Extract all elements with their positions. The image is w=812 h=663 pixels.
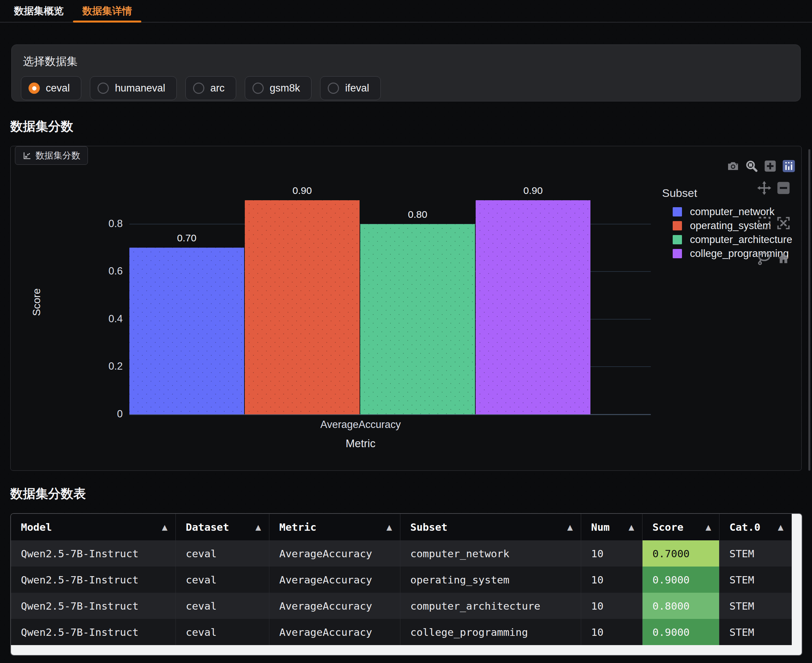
bar-value-label: 0.90 xyxy=(245,185,360,196)
dataset-selector-panel: 选择数据集 ceval humaneval arc gsm8k ifeval xyxy=(11,44,801,102)
chart-panel-label-text: 数据集分数 xyxy=(36,149,80,162)
cell-model: Qwen2.5-7B-Instruct xyxy=(11,540,176,566)
sort-icon[interactable]: ▲ xyxy=(386,523,392,531)
cell-num: 10 xyxy=(581,619,642,645)
column-header-metric[interactable]: Metric▲ xyxy=(269,514,400,540)
bar-college_programming xyxy=(476,200,590,414)
cell-score: 0.7000 xyxy=(642,540,720,566)
sort-icon[interactable]: ▲ xyxy=(567,523,573,531)
column-header-cat0[interactable]: Cat.0▲ xyxy=(720,514,792,540)
y-tick-label: 0.8 xyxy=(11,218,123,230)
camera-icon[interactable] xyxy=(726,160,740,173)
table-vertical-scrollbar[interactable] xyxy=(792,514,802,655)
cell-dataset: ceval xyxy=(176,566,269,593)
cell-num: 10 xyxy=(581,540,642,566)
column-label: Cat.0 xyxy=(729,521,760,533)
tab-dataset-overview[interactable]: 数据集概览 xyxy=(5,0,73,22)
cell-subset: computer_architecture xyxy=(400,593,581,619)
zoom-icon[interactable] xyxy=(745,160,758,173)
radio-label: ifeval xyxy=(345,82,369,94)
plus-icon[interactable] xyxy=(763,160,777,173)
cell-category: STEM xyxy=(720,540,792,566)
bar-operating_system xyxy=(245,200,360,414)
sort-icon[interactable]: ▲ xyxy=(705,523,711,531)
cell-category: STEM xyxy=(720,593,792,619)
tab-bar: 数据集概览 数据集详情 xyxy=(0,0,812,23)
cell-dataset: ceval xyxy=(176,619,269,645)
radio-humaneval[interactable]: humaneval xyxy=(90,76,177,100)
cell-model: Qwen2.5-7B-Instruct xyxy=(11,619,176,645)
dataset-radio-group: ceval humaneval arc gsm8k ifeval xyxy=(21,76,791,100)
radio-ceval[interactable]: ceval xyxy=(21,76,81,100)
active-tab-underline xyxy=(73,21,141,23)
table-horizontal-scrollbar[interactable] xyxy=(11,645,792,655)
cell-num: 10 xyxy=(581,593,642,619)
cell-metric: AverageAccuracy xyxy=(269,593,400,619)
cell-subset: operating_system xyxy=(400,566,581,593)
legend-swatch-icon xyxy=(673,207,682,217)
cell-category: STEM xyxy=(720,619,792,645)
sort-icon[interactable]: ▲ xyxy=(162,523,167,531)
lasso-icon[interactable] xyxy=(757,251,771,265)
sort-icon[interactable]: ▲ xyxy=(255,523,261,531)
pan-icon[interactable] xyxy=(757,181,771,195)
plotly-modebar-floating xyxy=(757,181,796,265)
autoscale-icon[interactable] xyxy=(776,216,791,230)
plotly-logo-icon[interactable] xyxy=(782,160,796,173)
page-root: 数据集概览 数据集详情 选择数据集 ceval humaneval arc xyxy=(0,0,812,663)
column-header-score[interactable]: Score▲ xyxy=(642,514,720,540)
tab-label: 数据集概览 xyxy=(14,4,64,18)
legend-swatch-icon xyxy=(673,235,682,244)
plotly-modebar xyxy=(726,160,796,173)
column-label: Dataset xyxy=(186,521,229,533)
radio-selected-icon xyxy=(29,82,40,94)
box-select-icon[interactable] xyxy=(757,216,771,230)
chart-panel: 00.20.40.60.8 0.700.900.800.90 Score Ave… xyxy=(10,146,802,471)
sort-icon[interactable]: ▲ xyxy=(629,523,634,531)
radio-ifeval[interactable]: ifeval xyxy=(320,76,381,100)
column-label: Score xyxy=(652,521,683,533)
zoom-out-icon[interactable] xyxy=(776,181,791,195)
bar-value-label: 0.70 xyxy=(130,232,244,244)
tab-dataset-details[interactable]: 数据集详情 xyxy=(73,0,141,22)
legend-swatch-icon xyxy=(673,249,682,258)
radio-label: gsm8k xyxy=(270,82,300,94)
scatter-plot-icon xyxy=(23,151,31,160)
column-header-subset[interactable]: Subset▲ xyxy=(400,514,581,540)
cell-score: 0.9000 xyxy=(642,619,720,645)
cell-dataset: ceval xyxy=(176,540,269,566)
cell-score: 0.9000 xyxy=(642,566,720,593)
column-header-num[interactable]: Num▲ xyxy=(581,514,642,540)
column-header-dataset[interactable]: Dataset▲ xyxy=(176,514,269,540)
cell-score: 0.8000 xyxy=(642,593,720,619)
column-label: Model xyxy=(21,521,52,533)
radio-unselected-icon xyxy=(97,82,109,94)
cell-subset: computer_network xyxy=(400,540,581,566)
y-axis-title: Score xyxy=(31,266,43,339)
radio-arc[interactable]: arc xyxy=(185,76,236,100)
scores-table-grid: Model▲ Dataset▲ Metric▲ Subset▲ Num▲ Sco… xyxy=(11,514,792,645)
x-axis-title: Metric xyxy=(130,437,592,450)
plot-area: 00.20.40.60.8 0.700.900.800.90 Score Ave… xyxy=(11,146,801,471)
cell-num: 10 xyxy=(581,566,642,593)
column-header-model[interactable]: Model▲ xyxy=(11,514,176,540)
home-icon[interactable] xyxy=(776,251,791,265)
radio-unselected-icon xyxy=(193,82,204,94)
legend-swatch-icon xyxy=(673,221,682,230)
chart-panel-label: 数据集分数 xyxy=(15,146,88,165)
bar-value-label: 0.90 xyxy=(476,185,590,196)
cell-subset: college_programming xyxy=(400,619,581,645)
radio-gsm8k[interactable]: gsm8k xyxy=(245,76,311,100)
cell-metric: AverageAccuracy xyxy=(269,540,400,566)
page-scrollbar-thumb[interactable] xyxy=(808,149,810,471)
tab-label: 数据集详情 xyxy=(82,4,132,18)
column-label: Subset xyxy=(410,521,447,533)
cell-metric: AverageAccuracy xyxy=(269,619,400,645)
sort-icon[interactable]: ▲ xyxy=(778,523,783,531)
y-tick-label: 0 xyxy=(11,408,123,420)
y-tick-label: 0.2 xyxy=(11,361,123,372)
dataset-selector-label: 选择数据集 xyxy=(23,54,791,69)
cell-dataset: ceval xyxy=(176,593,269,619)
bar-value-label: 0.80 xyxy=(360,209,475,220)
cell-metric: AverageAccuracy xyxy=(269,566,400,593)
